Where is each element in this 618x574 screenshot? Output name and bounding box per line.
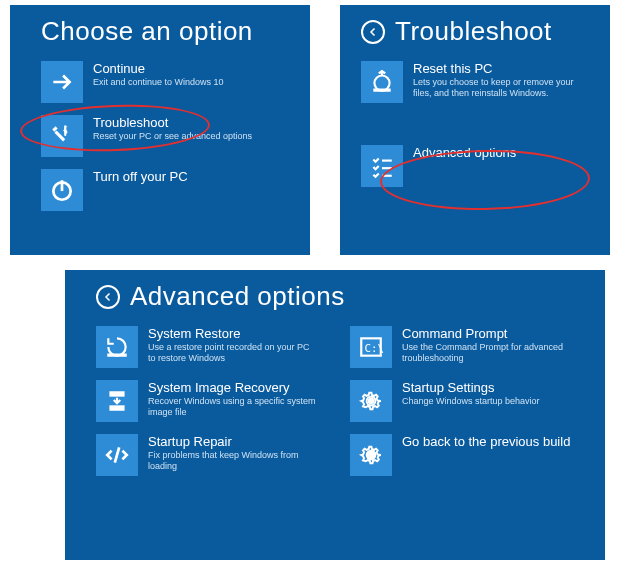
tile-startup-repair[interactable]: Startup Repair Fix problems that keep Wi… [96,434,330,476]
tile-sub: Reset your PC or see advanced options [93,131,252,142]
svg-point-12 [368,398,375,405]
tile-sub: Use a restore point recorded on your PC … [148,342,318,364]
tile-title: Continue [93,62,224,76]
tile-turnoff[interactable]: Turn off your PC [41,169,289,211]
tile-startup-settings[interactable]: Startup Settings Change Windows startup … [350,380,584,422]
arrow-right-icon [41,61,83,103]
choose-option-panel: Choose an option Continue Exit and conti… [10,5,310,255]
tools-icon [41,115,83,157]
tile-text: Turn off your PC [93,169,188,185]
header: Choose an option [41,16,289,47]
reset-icon [361,61,403,103]
tile-text: Command Prompt Use the Command Prompt fo… [402,326,572,364]
svg-rect-8 [109,391,124,396]
gear-icon [350,380,392,422]
header: Advanced options [96,281,584,312]
svg-point-13 [368,452,375,459]
tile-text: Advanced options [413,145,516,161]
image-recovery-icon [96,380,138,422]
tile-troubleshoot[interactable]: Troubleshoot Reset your PC or see advanc… [41,115,289,157]
tile-title: System Image Recovery [148,381,318,395]
tile-title: System Restore [148,327,318,341]
tile-title: Startup Repair [148,435,318,449]
list-check-icon [361,145,403,187]
command-prompt-icon: C:\ [350,326,392,368]
tile-title: Go back to the previous build [402,435,570,449]
tile-text: Startup Settings Change Windows startup … [402,380,540,407]
tile-title: Troubleshoot [93,116,252,130]
tile-sub: Fix problems that keep Windows from load… [148,450,318,472]
tile-command-prompt[interactable]: C:\ Command Prompt Use the Command Promp… [350,326,584,368]
advanced-options-panel: Advanced options System Restore Use a re… [65,270,605,560]
restore-icon [96,326,138,368]
tile-system-restore[interactable]: System Restore Use a restore point recor… [96,326,330,368]
tile-text: Go back to the previous build [402,434,570,450]
tile-text: System Image Recovery Recover Windows us… [148,380,318,418]
tile-text: System Restore Use a restore point recor… [148,326,318,364]
tile-sub: Use the Command Prompt for advanced trou… [402,342,572,364]
tile-title: Startup Settings [402,381,540,395]
tile-title: Advanced options [413,146,516,160]
tile-text: Startup Repair Fix problems that keep Wi… [148,434,318,472]
tile-go-back[interactable]: Go back to the previous build [350,434,584,476]
troubleshoot-panel: Troubleshoot Reset this PC Lets you choo… [340,5,610,255]
repair-icon [96,434,138,476]
svg-text:C:\: C:\ [365,342,385,355]
tile-title: Reset this PC [413,62,583,76]
back-button[interactable] [96,285,120,309]
tile-sub: Exit and continue to Windows 10 [93,77,224,88]
tile-reset-pc[interactable]: Reset this PC Lets you choose to keep or… [361,61,599,103]
page-title: Troubleshoot [395,16,552,47]
power-icon [41,169,83,211]
tile-system-image-recovery[interactable]: System Image Recovery Recover Windows us… [96,380,330,422]
tile-sub: Lets you choose to keep or remove your f… [413,77,583,99]
tile-title: Command Prompt [402,327,572,341]
svg-rect-3 [373,89,390,92]
header: Troubleshoot [361,16,599,47]
tile-text: Reset this PC Lets you choose to keep or… [413,61,583,99]
tile-text: Continue Exit and continue to Windows 10 [93,61,224,88]
svg-rect-9 [109,405,124,410]
svg-rect-7 [107,354,127,357]
tile-sub: Recover Windows using a specific system … [148,396,318,418]
tile-title: Turn off your PC [93,170,188,184]
options-grid: System Restore Use a restore point recor… [96,326,584,488]
page-title: Advanced options [130,281,345,312]
tile-advanced-options[interactable]: Advanced options [361,145,599,187]
back-button[interactable] [361,20,385,44]
svg-rect-0 [64,125,66,136]
tile-sub: Change Windows startup behavior [402,396,540,407]
tile-text: Troubleshoot Reset your PC or see advanc… [93,115,252,142]
tile-continue[interactable]: Continue Exit and continue to Windows 10 [41,61,289,103]
gear-icon [350,434,392,476]
page-title: Choose an option [41,16,253,47]
